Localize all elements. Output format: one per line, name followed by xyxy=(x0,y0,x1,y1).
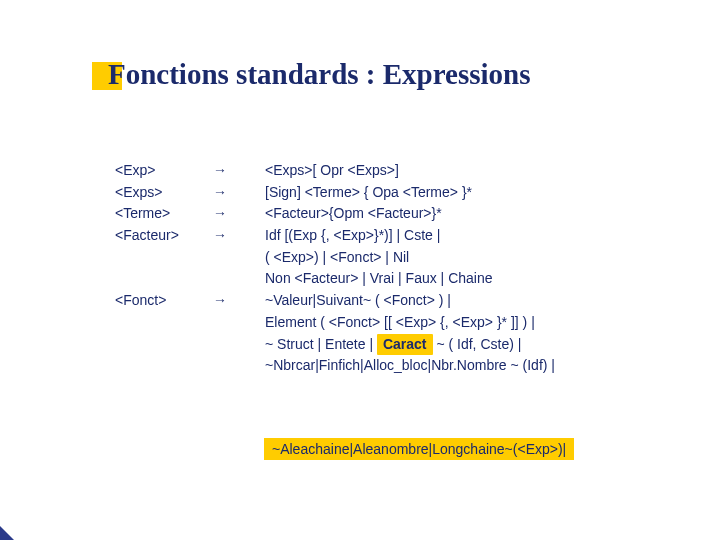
lhs-cell xyxy=(115,334,213,356)
lhs-cell xyxy=(115,247,213,269)
rhs-cell: ~Valeur|Suivant~ ( <Fonct> ) | xyxy=(265,290,678,312)
lhs-cell: <Facteur> xyxy=(115,225,213,247)
rhs-cell: ~Nbrcar|Finfich|Alloc_bloc|Nbr.Nombre ~ … xyxy=(265,355,678,377)
lhs-cell: <Exps> xyxy=(115,182,213,204)
arrow-cell: → xyxy=(213,160,265,182)
lhs-cell xyxy=(115,268,213,290)
bottom-highlight-line: ~Aleachaine|Aleanombre|Longchaine~(<Exp>… xyxy=(264,438,574,460)
arrow-cell: → xyxy=(213,203,265,225)
rhs-cell: Element ( <Fonct> [[ <Exp> {, <Exp> }* ]… xyxy=(265,312,678,334)
corner-accent-icon xyxy=(0,526,14,540)
arrow-cell: → xyxy=(213,225,265,247)
grammar-grid: <Exp> → <Exps>[ Opr <Exps>] <Exps> → [Si… xyxy=(115,160,678,377)
lhs-cell: <Terme> xyxy=(115,203,213,225)
arrow-cell xyxy=(213,334,265,356)
rhs-cell: <Facteur>{Opm <Facteur>}* xyxy=(265,203,678,225)
arrow-cell: → xyxy=(213,290,265,312)
struct-suffix: ~ ( Idf, Cste) | xyxy=(433,336,522,352)
arrow-cell: → xyxy=(213,182,265,204)
arrow-cell xyxy=(213,355,265,377)
rhs-cell: <Exps>[ Opr <Exps>] xyxy=(265,160,678,182)
rhs-cell: Non <Facteur> | Vrai | Faux | Chaine xyxy=(265,268,678,290)
lhs-cell xyxy=(115,355,213,377)
lhs-cell: <Fonct> xyxy=(115,290,213,312)
lhs-cell: <Exp> xyxy=(115,160,213,182)
arrow-cell xyxy=(213,247,265,269)
slide-title: Fonctions standards : Expressions xyxy=(108,58,530,91)
rhs-cell: Idf [(Exp {, <Exp>}*)] | Cste | xyxy=(265,225,678,247)
lhs-cell xyxy=(115,312,213,334)
arrow-cell xyxy=(213,268,265,290)
rhs-cell: ( <Exp>) | <Fonct> | Nil xyxy=(265,247,678,269)
rhs-cell: [Sign] <Terme> { Opa <Terme> }* xyxy=(265,182,678,204)
struct-prefix: ~ Struct | Entete | xyxy=(265,336,377,352)
arrow-cell xyxy=(213,312,265,334)
caract-highlight: Caract xyxy=(377,334,433,356)
struct-line: ~ Struct | Entete | Caract ~ ( Idf, Cste… xyxy=(265,334,678,356)
